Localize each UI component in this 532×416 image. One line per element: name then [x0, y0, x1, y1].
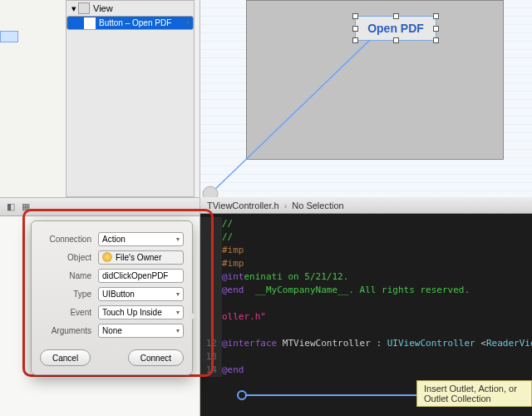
assistant-editor: TViewController.h › No Selection ◀▶ // /… — [200, 197, 532, 416]
resize-handle[interactable] — [433, 37, 439, 43]
connection-select[interactable]: Action — [98, 232, 184, 246]
button-icon — [84, 17, 96, 29]
files-owner-icon — [102, 252, 112, 262]
open-pdf-button[interactable]: Open PDF — [355, 16, 436, 41]
name-label: Name — [40, 271, 91, 280]
jump-bar-file[interactable]: TViewController.h — [207, 201, 279, 210]
outline-label: Button – Open PDF — [99, 18, 171, 27]
disclosure-triangle-icon[interactable]: ▾ — [70, 3, 78, 14]
outline-label: View — [93, 3, 113, 13]
resize-handle[interactable] — [352, 13, 358, 19]
connection-popover: Connection Action Object File's Owner Na… — [31, 220, 193, 375]
resize-handle[interactable] — [393, 13, 399, 19]
insertion-tooltip: Insert Outlet, Action, or Outlet Collect… — [416, 380, 532, 407]
cancel-button[interactable]: Cancel — [40, 349, 91, 366]
interface-builder-canvas[interactable]: Open PDF — [200, 0, 532, 197]
outline-row-view[interactable]: ▾ View — [66, 1, 194, 16]
type-label: Type — [40, 290, 91, 299]
event-label: Event — [40, 308, 91, 317]
connection-label: Connection — [40, 235, 91, 244]
chevron-right-icon: › — [284, 201, 288, 210]
button-title: Open PDF — [367, 22, 424, 35]
resize-handle[interactable] — [433, 26, 439, 32]
type-select[interactable]: UIButton — [98, 287, 184, 301]
object-label: Object — [40, 253, 91, 262]
view-icon — [78, 2, 90, 14]
view-surface[interactable]: Open PDF — [246, 0, 504, 160]
insertion-indicator-dot — [237, 390, 247, 400]
nav-tab[interactable] — [0, 31, 18, 42]
source-code[interactable]: // // #imp #imp @inteninati on 5/21/12. … — [200, 214, 532, 377]
resize-handle[interactable] — [352, 37, 358, 43]
resize-handle[interactable] — [433, 13, 439, 19]
name-input[interactable]: didClickOpenPDF — [98, 269, 184, 283]
arguments-label: Arguments — [40, 326, 91, 335]
jump-bar-selection[interactable]: No Selection — [292, 201, 343, 210]
arguments-select[interactable]: None — [98, 324, 184, 338]
resize-handle[interactable] — [352, 26, 358, 32]
connect-button[interactable]: Connect — [128, 349, 184, 366]
event-select[interactable]: Touch Up Inside — [98, 305, 184, 319]
highlight-box: Connection Action Object File's Owner Na… — [22, 209, 214, 377]
filter-icon[interactable]: ◧ — [7, 201, 15, 212]
jump-bar[interactable]: TViewController.h › No Selection — [200, 197, 532, 214]
resize-handle[interactable] — [393, 37, 399, 43]
document-outline: ▾ View Button – Open PDF — [66, 0, 195, 197]
object-field: File's Owner — [98, 250, 184, 265]
outline-row-button[interactable]: Button – Open PDF — [66, 16, 194, 30]
